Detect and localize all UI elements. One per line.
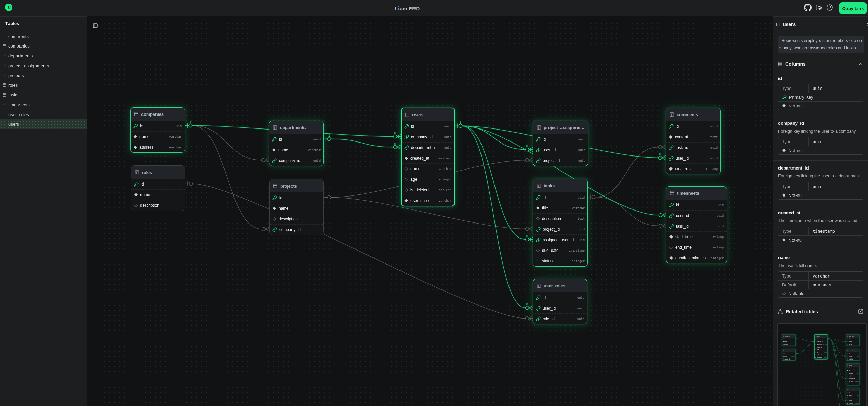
sidebar-item-tasks[interactable]: tasks — [0, 90, 87, 100]
sidebar-item-projects[interactable]: projects — [0, 70, 87, 80]
sidebar-item-departments[interactable]: departments — [0, 51, 87, 61]
table-node-user_roles[interactable]: user_rolesiduuiduser_iduuidrole_iduuid — [533, 279, 587, 324]
meta-row: Typetimestamp — [778, 227, 863, 235]
column-name: role_id — [543, 316, 555, 321]
table-node-timesheets[interactable]: timesheetsiduuiduser_iduuidtask_iduuidst… — [666, 186, 727, 263]
column-row-end_time[interactable]: end_timetimestamp — [666, 242, 727, 253]
column-row-id[interactable]: iduuid — [402, 121, 454, 132]
column-row-is_deleted[interactable]: is_deletedboolean — [402, 185, 454, 195]
sidebar-item-user_roles[interactable]: user_roles — [0, 110, 87, 120]
sidebar-item-roles[interactable]: roles — [0, 80, 87, 90]
column-row-company_id[interactable]: company_id — [270, 224, 323, 235]
column-row-id[interactable]: iduuid — [666, 200, 727, 210]
column-type: text — [857, 395, 859, 396]
copy-link-button[interactable]: Copy Link — [839, 2, 867, 14]
panel-left-toggle-icon[interactable] — [93, 23, 98, 28]
nullable-icon — [272, 217, 276, 221]
table-node-name: user_roles — [849, 335, 854, 337]
column-row-assigned_user_id[interactable]: assigned_user_iduuid — [533, 234, 587, 245]
sidebar-item-comments[interactable]: comments — [0, 31, 87, 41]
column-row-user_id[interactable]: user_iduuid — [666, 153, 720, 163]
column-row-id[interactable]: id — [270, 192, 323, 203]
column-row-title[interactable]: titlevarchar — [533, 203, 587, 213]
column-row-id[interactable]: iduuid — [269, 134, 323, 145]
sidebar-item-timesheets[interactable]: timesheets — [0, 100, 87, 110]
related-tables-minimap[interactable]: companiesiduuidnamevarcharaddressvarchar… — [777, 323, 867, 406]
column-row-duration_minutes[interactable]: duration_minutesinteger — [666, 253, 727, 263]
chevron-up-icon[interactable] — [858, 62, 863, 67]
waypoints-icon — [778, 309, 783, 314]
erd-canvas[interactable]: 1n1n1nnnnncompaniesiduuidnamevarcharaddr… — [87, 16, 773, 406]
column-row-task_id[interactable]: task_iduuid — [666, 142, 720, 153]
column-type: varchar — [791, 344, 795, 345]
table-node-project_assignments[interactable]: project_assignmentsiduuiduser_iduuidproj… — [533, 121, 588, 166]
table-node-roles[interactable]: rolesidnamedescription — [131, 165, 185, 211]
column-row-company_id[interactable]: company_iduuid — [269, 155, 323, 166]
column-row-name[interactable]: namevarchar — [131, 131, 185, 142]
column-row-name[interactable]: name — [270, 203, 323, 214]
column-row-name[interactable]: namevarchar — [402, 163, 454, 174]
column-row-description[interactable]: description — [131, 200, 185, 211]
liam-logo[interactable] — [5, 4, 12, 11]
not-null-icon — [783, 341, 784, 342]
table-node-tasks[interactable]: tasksiduuidtitlevarchardescriptiontextpr… — [533, 179, 588, 267]
column-type: uuid — [577, 238, 585, 242]
column-row-task_id[interactable]: task_iduuid — [666, 221, 727, 231]
not-null-icon — [133, 145, 137, 149]
column-row-user_id[interactable]: user_iduuid — [533, 303, 587, 313]
open-related-icon[interactable] — [858, 309, 863, 314]
column-row-description[interactable]: descriptiontext — [533, 213, 587, 224]
column-row-content[interactable]: contenttext — [666, 132, 720, 142]
table-node-projects[interactable]: projectsidnamedescriptioncompany_id — [269, 179, 324, 235]
column-type: uuid — [576, 296, 584, 299]
meta-value: varchar — [809, 274, 830, 279]
column-row-address[interactable]: addressvarchar — [131, 142, 185, 152]
column-row-due_date[interactable]: due_datetimestamp — [533, 245, 587, 256]
sidebar-item-users[interactable]: users — [0, 119, 87, 129]
not-null-icon — [783, 356, 784, 357]
column-row-content: contenttext — [846, 394, 860, 397]
column-row-id[interactable]: iduuid — [131, 121, 185, 131]
nullable-icon — [815, 354, 816, 355]
sidebar-item-label: user_roles — [8, 112, 29, 117]
column-row-project_id[interactable]: project_iduuid — [533, 224, 587, 234]
sidebar-item-project_assignments[interactable]: project_assignments — [0, 61, 87, 71]
column-row-user_name[interactable]: user_namevarchar — [402, 195, 454, 206]
column-row-start_time[interactable]: start_timetimestamp — [666, 231, 727, 242]
column-row-id[interactable]: id — [131, 179, 185, 189]
column-row-created_at[interactable]: created_attimestamp — [402, 153, 454, 163]
megaphone-icon[interactable] — [815, 4, 822, 12]
column-type: uuid — [716, 203, 724, 207]
table-node-companies[interactable]: companiesiduuidnamevarcharaddressvarchar — [130, 107, 185, 153]
help-icon[interactable] — [827, 4, 833, 12]
column-row-name[interactable]: name — [131, 189, 185, 200]
column-row-name[interactable]: namevarchar — [269, 145, 323, 155]
sidebar-item-companies[interactable]: companies — [0, 41, 87, 51]
column-row-company_id[interactable]: company_iduuid — [402, 132, 454, 142]
table-icon — [537, 125, 541, 130]
panel-collapse-icon[interactable] — [865, 22, 868, 27]
column-row-user_id[interactable]: user_iduuid — [666, 210, 727, 221]
table-node-departments[interactable]: departmentsiduuidnamevarcharcompany_iduu… — [269, 121, 324, 166]
column-row-role_id[interactable]: role_iduuid — [533, 313, 587, 324]
column-row-id[interactable]: iduuid — [533, 134, 588, 145]
column-row-project_id[interactable]: project_iduuid — [533, 155, 588, 166]
column-row-id[interactable]: iduuid — [533, 292, 587, 303]
column-type: uuid — [857, 344, 859, 345]
column-row-status[interactable]: statusinteger — [533, 256, 587, 266]
column-row-created_at[interactable]: created_attimestamp — [666, 163, 720, 174]
column-row-id[interactable]: iduuid — [533, 192, 587, 203]
table-node-users[interactable]: usersiduuidcompany_iduuiddepartment_iduu… — [401, 108, 455, 206]
github-icon[interactable] — [804, 4, 812, 13]
column-row-user_id[interactable]: user_iduuid — [533, 145, 588, 155]
table-node-header: comments — [846, 388, 860, 392]
column-row-user_name: user_namevarchar — [815, 356, 828, 359]
column-row-description[interactable]: description — [270, 214, 323, 224]
table-description[interactable]: Represents employees or members of a com… — [778, 36, 864, 53]
foreign-key-icon — [536, 227, 541, 232]
table-detail-panel: users Represents employees or members of… — [773, 16, 868, 406]
table-node-comments[interactable]: commentsiduuidcontenttexttask_iduuiduser… — [666, 108, 721, 174]
column-row-id[interactable]: iduuid — [666, 121, 720, 132]
column-row-age[interactable]: ageinteger — [402, 174, 454, 185]
column-row-department_id[interactable]: department_iduuid — [402, 142, 454, 153]
